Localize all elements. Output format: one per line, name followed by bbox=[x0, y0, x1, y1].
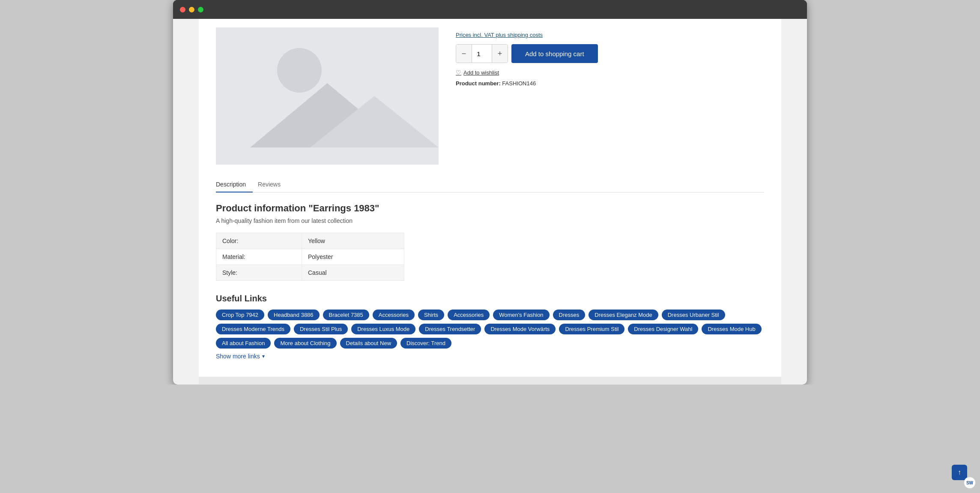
quantity-control: − + bbox=[456, 44, 508, 63]
chevron-down-icon: ▾ bbox=[262, 353, 265, 359]
product-layout: Prices incl. VAT plus shipping costs − +… bbox=[199, 19, 781, 165]
browser-content: Prices incl. VAT plus shipping costs − +… bbox=[173, 19, 807, 385]
tag-pill[interactable]: Details about New bbox=[340, 338, 397, 349]
maximize-button[interactable] bbox=[198, 7, 203, 12]
tags-row-2: Dresses Moderne TrendsDresses Stil PlusD… bbox=[216, 324, 764, 334]
show-more-link[interactable]: Show more links bbox=[216, 353, 260, 360]
prices-vat-link[interactable]: Prices incl. VAT plus shipping costs bbox=[456, 32, 764, 38]
product-image-column bbox=[216, 27, 439, 165]
tag-pill[interactable]: Dresses Stil Plus bbox=[294, 324, 348, 334]
tab-description[interactable]: Description bbox=[216, 177, 253, 192]
cart-row: − + Add to shopping cart bbox=[456, 44, 764, 63]
product-number-row: Product number: FASHION146 bbox=[456, 80, 764, 87]
browser-window: Prices incl. VAT plus shipping costs − +… bbox=[173, 0, 807, 385]
page-area: Prices incl. VAT plus shipping costs − +… bbox=[199, 19, 781, 377]
tag-pill[interactable]: Accessories bbox=[373, 310, 415, 320]
spec-label: Material: bbox=[216, 249, 302, 265]
tag-pill[interactable]: Discover: Trend bbox=[400, 338, 451, 349]
quantity-input[interactable] bbox=[472, 44, 492, 63]
product-number-label: Product number: bbox=[456, 80, 501, 87]
product-info-heading: Product information "Earrings 1983" bbox=[216, 203, 764, 214]
tag-pill[interactable]: Bracelet 7385 bbox=[323, 310, 369, 320]
tag-pill[interactable]: Dresses Mode Vorwärts bbox=[484, 324, 556, 334]
svg-point-1 bbox=[277, 48, 322, 93]
useful-links-section: Useful Links Crop Top 7942Headband 3886B… bbox=[199, 294, 781, 360]
tabs-bar: Description Reviews bbox=[216, 177, 764, 192]
spec-label: Style: bbox=[216, 265, 302, 281]
useful-links-heading: Useful Links bbox=[216, 294, 764, 304]
add-to-cart-button[interactable]: Add to shopping cart bbox=[511, 44, 598, 63]
spec-row: Material:Polyester bbox=[216, 249, 404, 265]
spec-row: Color:Yellow bbox=[216, 233, 404, 249]
tag-pill[interactable]: Dresses Luxus Mode bbox=[351, 324, 415, 334]
tag-pill[interactable]: Crop Top 7942 bbox=[216, 310, 264, 320]
tabs-section: Description Reviews Product information … bbox=[199, 169, 781, 281]
tag-pill[interactable]: Dresses bbox=[553, 310, 586, 320]
tag-pill[interactable]: Headband 3886 bbox=[268, 310, 320, 320]
tag-pill[interactable]: All about Fashion bbox=[216, 338, 271, 349]
footer-bar bbox=[199, 377, 781, 385]
product-subtitle: A high-quality fashion item from our lat… bbox=[216, 217, 764, 224]
tags-row-3: All about FashionMore about ClothingDeta… bbox=[216, 338, 764, 349]
tag-pill[interactable]: Dresses Premium Stil bbox=[559, 324, 624, 334]
quantity-decrease-button[interactable]: − bbox=[456, 44, 472, 63]
spec-label: Color: bbox=[216, 233, 302, 249]
spec-table: Color:YellowMaterial:PolyesterStyle:Casu… bbox=[216, 233, 404, 281]
product-image bbox=[216, 27, 439, 165]
spec-value: Casual bbox=[302, 265, 404, 281]
tag-pill[interactable]: Dresses Moderne Trends bbox=[216, 324, 290, 334]
tag-pill[interactable]: Shirts bbox=[418, 310, 444, 320]
tag-pill[interactable]: More about Clothing bbox=[274, 338, 336, 349]
tag-pill[interactable]: Dresses Trendsetter bbox=[419, 324, 481, 334]
tab-reviews[interactable]: Reviews bbox=[258, 177, 287, 192]
tags-row-1: Crop Top 7942Headband 3886Bracelet 7385A… bbox=[216, 310, 764, 320]
quantity-increase-button[interactable]: + bbox=[492, 44, 508, 63]
tag-pill[interactable]: Dresses Mode Hub bbox=[702, 324, 761, 334]
minimize-button[interactable] bbox=[189, 7, 194, 12]
product-number-value: FASHION146 bbox=[502, 80, 536, 87]
product-info-column: Prices incl. VAT plus shipping costs − +… bbox=[456, 27, 764, 165]
browser-titlebar bbox=[173, 0, 807, 19]
close-button[interactable] bbox=[180, 7, 185, 12]
tag-pill[interactable]: Dresses Eleganz Mode bbox=[589, 310, 658, 320]
spec-value: Yellow bbox=[302, 233, 404, 249]
tag-pill[interactable]: Accessories bbox=[448, 310, 490, 320]
wishlist-label: Add to wishlist bbox=[463, 69, 499, 76]
spec-value: Polyester bbox=[302, 249, 404, 265]
tag-pill[interactable]: Dresses Urbaner Stil bbox=[662, 310, 725, 320]
spec-row: Style:Casual bbox=[216, 265, 404, 281]
show-more-row[interactable]: Show more links ▾ bbox=[216, 353, 764, 360]
tag-pill[interactable]: Dresses Designer Wahl bbox=[628, 324, 698, 334]
wishlist-link[interactable]: ♡ Add to wishlist bbox=[456, 69, 764, 76]
heart-icon: ♡ bbox=[456, 69, 461, 76]
tag-pill[interactable]: Women's Fashion bbox=[493, 310, 549, 320]
